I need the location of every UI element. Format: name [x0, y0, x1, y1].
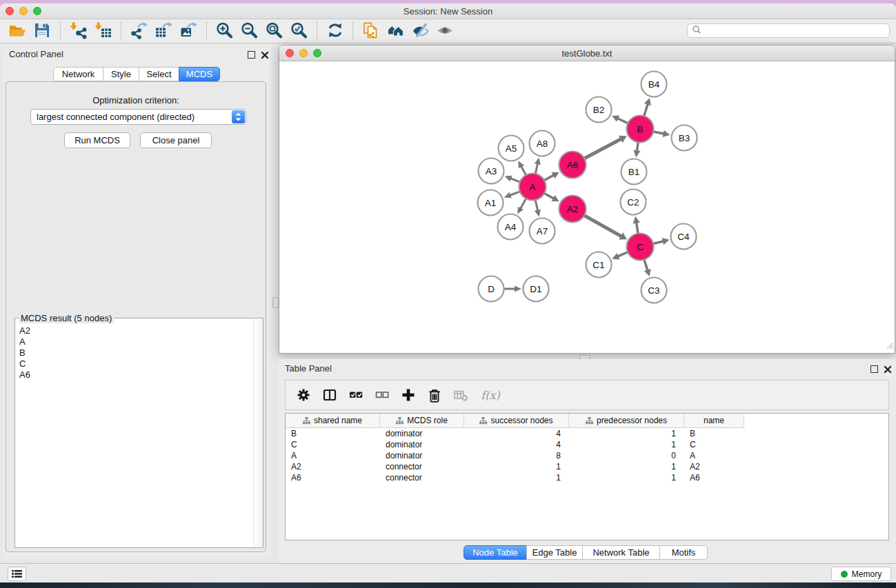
function-builder-icon[interactable]: f(x)	[479, 387, 502, 403]
network-canvas[interactable]: B4B2BB3A5A8A6A3B1AA1C2A2A4A7CC4C1C3DD1	[279, 61, 895, 353]
clear-table-icon[interactable]	[452, 387, 468, 403]
graph-node-B4[interactable]: B4	[641, 72, 667, 97]
export-image-button[interactable]	[177, 21, 201, 41]
graph-node-B2[interactable]: B2	[586, 97, 612, 123]
graph-node-C2[interactable]: C2	[621, 190, 646, 215]
search-field[interactable]	[687, 23, 890, 38]
zoom-fit-button[interactable]	[262, 21, 287, 41]
graph-node-D[interactable]: D	[479, 276, 504, 302]
column-header-successor-nodes[interactable]: successor nodes	[464, 414, 569, 428]
graph-node-C3[interactable]: C3	[641, 278, 667, 303]
first-neighbors-button[interactable]	[384, 21, 408, 41]
mcds-result-item[interactable]: B	[19, 347, 263, 358]
svg-text:B3: B3	[679, 133, 690, 143]
tab-motifs[interactable]: Motifs	[659, 545, 708, 560]
table-cell: dominator	[380, 429, 464, 438]
list-icon	[12, 569, 22, 578]
export-network-button[interactable]	[127, 21, 152, 41]
tab-edge-table[interactable]: Edge Table	[526, 545, 583, 560]
open-session-button[interactable]	[6, 21, 30, 41]
tab-node-table[interactable]: Node Table	[464, 545, 527, 560]
graph-node-C1[interactable]: C1	[586, 252, 612, 278]
graph-node-A5[interactable]: A5	[499, 136, 524, 161]
zoom-out-button[interactable]	[237, 21, 262, 41]
table-row[interactable]: Bdominator41B	[286, 428, 888, 439]
mcds-result-box: MCDS result (5 nodes) A2ABCA6	[14, 318, 263, 548]
table-row[interactable]: Adominator80A	[286, 450, 888, 461]
search-input[interactable]	[704, 26, 889, 37]
tab-style[interactable]: Style	[103, 67, 139, 81]
network-graph[interactable]: B4B2BB3A5A8A6A3B1AA1C2A2A4A7CC4C1C3DD1	[279, 61, 895, 353]
table-close-panel-icon[interactable]	[884, 364, 892, 372]
graph-node-D1[interactable]: D1	[524, 276, 549, 302]
table-cell: 1	[464, 473, 569, 483]
show-columns-icon[interactable]	[321, 387, 337, 403]
add-column-icon[interactable]	[400, 387, 416, 403]
save-session-button[interactable]	[30, 21, 55, 41]
column-header-MCDS-role[interactable]: MCDS role	[380, 414, 464, 428]
mcds-result-item[interactable]: A2	[19, 325, 263, 336]
delete-rows-icon[interactable]	[426, 387, 442, 403]
refresh-button[interactable]	[323, 21, 348, 41]
hide-selected-button[interactable]	[408, 21, 433, 41]
tab-network-table[interactable]: Network Table	[582, 545, 660, 560]
network-window-titlebar[interactable]: testGlobe.txt	[279, 45, 895, 61]
graph-node-B3[interactable]: B3	[672, 125, 697, 151]
run-mcds-button[interactable]: Run MCDS	[64, 132, 130, 148]
tab-select[interactable]: Select	[139, 67, 179, 81]
control-panel-title: Control Panel	[9, 49, 63, 59]
zoom-selected-button[interactable]	[287, 21, 312, 41]
app-titlebar[interactable]: Session: New Session	[0, 3, 896, 19]
import-network-button[interactable]	[66, 21, 91, 41]
import-table-button[interactable]	[91, 21, 116, 41]
table-row[interactable]: A2connector11A2	[286, 461, 888, 472]
tab-mcds[interactable]: MCDS	[179, 67, 220, 81]
column-header-shared-name[interactable]: shared name	[286, 414, 380, 428]
graph-node-C4[interactable]: C4	[671, 224, 697, 250]
graph-node-B[interactable]: B	[627, 116, 654, 143]
select-all-icon[interactable]	[348, 387, 364, 403]
graph-node-B1[interactable]: B1	[621, 159, 647, 185]
memory-button[interactable]: Memory	[831, 567, 891, 581]
vertical-splitter-handle[interactable]	[272, 297, 279, 308]
deselect-all-icon[interactable]	[374, 387, 390, 403]
graph-node-A2[interactable]: A2	[559, 196, 586, 223]
svg-text:C2: C2	[627, 197, 639, 207]
column-header-predecessor-nodes[interactable]: predecessor nodes	[569, 414, 684, 428]
mcds-result-item[interactable]: C	[19, 358, 263, 369]
graph-node-A7[interactable]: A7	[530, 219, 555, 244]
float-panel-icon[interactable]	[248, 51, 255, 59]
close-panel-button[interactable]: Close panel	[140, 132, 212, 148]
toolbar-separator	[121, 22, 122, 40]
task-history-button[interactable]	[8, 567, 26, 581]
mcds-result-item[interactable]: A	[19, 336, 263, 347]
new-network-from-selection-button[interactable]	[359, 21, 384, 41]
zoom-in-button[interactable]	[212, 21, 237, 41]
table-cell: B	[684, 429, 744, 438]
mcds-result-item[interactable]: A6	[19, 369, 263, 381]
table-row[interactable]: Cdominator41C	[286, 439, 888, 450]
export-table-button[interactable]	[152, 21, 177, 41]
graph-node-A[interactable]: A	[519, 174, 546, 201]
graph-node-A4[interactable]: A4	[498, 214, 524, 240]
graph-node-A6[interactable]: A6	[559, 152, 586, 179]
workspace: Control Panel NetworkStyleSelectMCDS Opt…	[0, 43, 896, 563]
table-settings-icon[interactable]	[295, 387, 311, 403]
mcds-result-scrollbar[interactable]	[253, 319, 263, 547]
graph-edge-arrow	[633, 216, 640, 224]
column-header-name[interactable]: name	[684, 414, 744, 428]
tab-network[interactable]: Network	[53, 67, 103, 81]
resize-grip-icon[interactable]	[885, 340, 894, 352]
show-all-button[interactable]	[433, 21, 458, 41]
svg-text:A7: A7	[537, 226, 548, 236]
graph-node-A8[interactable]: A8	[530, 131, 555, 156]
close-panel-icon[interactable]	[261, 50, 269, 58]
node-table: shared nameMCDS rolesuccessor nodesprede…	[285, 413, 889, 540]
optimization-criterion-dropdown[interactable]: largest connected component (directed)	[30, 109, 246, 125]
graph-node-A1[interactable]: A1	[478, 190, 504, 216]
graph-node-C[interactable]: C	[627, 234, 654, 261]
table-row[interactable]: A6connector11A6	[286, 472, 888, 483]
control-panel: Control Panel NetworkStyleSelectMCDS Opt…	[3, 45, 270, 558]
table-float-panel-icon[interactable]	[870, 365, 878, 373]
graph-node-A3[interactable]: A3	[479, 159, 504, 184]
